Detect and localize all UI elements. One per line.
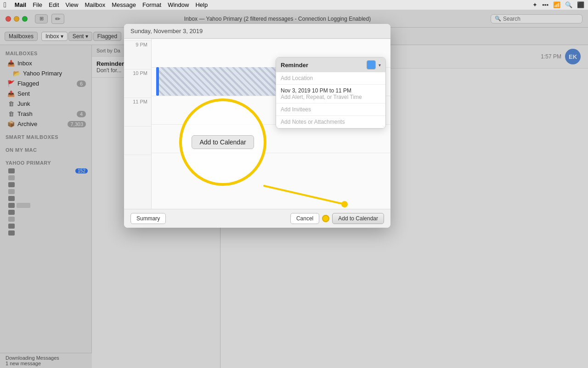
menu-view[interactable]: View	[66, 1, 79, 8]
yellow-dot-annotation	[322, 215, 329, 222]
reminder-add-invitees[interactable]: Add Invitees	[276, 104, 385, 116]
menu-window[interactable]: Window	[168, 1, 189, 8]
reminder-add-location[interactable]: Add Location	[276, 72, 385, 85]
add-to-calendar-inner-label: Add to Calendar	[192, 135, 254, 149]
cal-time-col: 9 PM 10 PM 11 PM	[124, 39, 152, 209]
cal-header: Sunday, November 3, 2019	[124, 24, 390, 39]
reminder-alert-sub[interactable]: Add Alert, Repeat, or Travel Time	[281, 94, 381, 100]
cal-header-date: Sunday, November 3, 2019	[130, 28, 203, 34]
wifi-icon: 📶	[553, 1, 560, 8]
reminder-popup-header: Reminder ▾	[276, 58, 385, 72]
reminder-date-main: Nov 3, 2019 10 PM to 11 PM	[281, 87, 381, 94]
yellow-circle-annotation: Add to Calendar	[179, 98, 266, 186]
menu-mailbox[interactable]: Mailbox	[85, 1, 105, 8]
time-slot-end2	[124, 155, 151, 183]
reminder-color-button[interactable]	[367, 60, 376, 69]
menu-mail[interactable]: Mail	[15, 1, 26, 8]
reminder-dropdown-icon[interactable]: ▾	[379, 63, 381, 68]
menu-format[interactable]: Format	[142, 1, 161, 8]
cal-main: Reminder ▾ Add Location Nov 3, 2019 10 P…	[152, 39, 390, 209]
search-menu-icon[interactable]: 🔍	[565, 1, 572, 8]
menubar:  Mail File Edit View Mailbox Message Fo…	[0, 0, 588, 10]
reminder-popup-title: Reminder	[281, 62, 364, 69]
reminder-popup: Reminder ▾ Add Location Nov 3, 2019 10 P…	[276, 57, 386, 129]
cancel-button[interactable]: Cancel	[290, 213, 319, 224]
reminder-add-notes[interactable]: Add Notes or Attachments	[276, 116, 385, 128]
menu-help[interactable]: Help	[195, 1, 208, 8]
time-slot-10pm: 10 PM	[124, 69, 151, 98]
footer-right: Cancel Add to Calendar	[290, 213, 384, 224]
calendar-dialog: Sunday, November 3, 2019 9 PM 10 PM 11 P…	[124, 24, 390, 228]
reminder-date-time: Nov 3, 2019 10 PM to 11 PM Add Alert, Re…	[276, 85, 385, 104]
svg-line-0	[264, 186, 345, 204]
menu-message[interactable]: Message	[112, 1, 136, 8]
time-slot-end	[124, 126, 151, 155]
control-center-icon[interactable]: ⬛	[577, 1, 584, 8]
dropbox-icon: ✦	[532, 1, 537, 8]
add-to-calendar-button[interactable]: Add to Calendar	[332, 213, 384, 224]
battery-icon: ▪▪▪	[542, 1, 548, 8]
cal-event-bar	[156, 67, 159, 96]
menu-file[interactable]: File	[33, 1, 42, 8]
svg-point-1	[341, 201, 348, 207]
cal-body: 9 PM 10 PM 11 PM	[124, 39, 390, 209]
menubar-right: ✦ ▪▪▪ 📶 🔍 ⬛	[532, 1, 584, 8]
app-window: ⊞ ✏ Inbox — Yahoo Primary (2 filtered me…	[0, 10, 588, 368]
time-slot-11pm: 11 PM	[124, 98, 151, 126]
cal-footer: Summary Cancel Add to Calendar	[124, 209, 390, 228]
apple-menu[interactable]: 	[4, 1, 6, 9]
menu-edit[interactable]: Edit	[49, 1, 59, 8]
summary-button[interactable]: Summary	[130, 213, 166, 224]
time-slot-9pm: 9 PM	[124, 40, 151, 69]
